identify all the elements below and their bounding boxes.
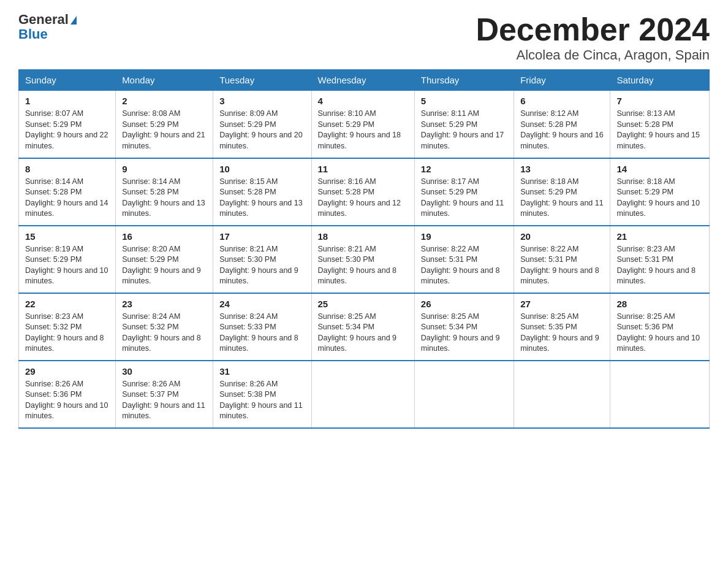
day-info: Sunrise: 8:22 AMSunset: 5:31 PMDaylight:… xyxy=(421,244,507,287)
logo-triangle-icon xyxy=(70,16,77,25)
day-number: 1 xyxy=(25,96,109,106)
col-monday: Monday xyxy=(116,70,213,91)
day-info: Sunrise: 8:10 AMSunset: 5:29 PMDaylight:… xyxy=(318,109,408,151)
day-number: 13 xyxy=(520,164,604,174)
day-number: 22 xyxy=(25,299,109,309)
header-row: Sunday Monday Tuesday Wednesday Thursday… xyxy=(19,70,710,91)
day-info: Sunrise: 8:08 AMSunset: 5:29 PMDaylight:… xyxy=(122,109,207,151)
day-number: 21 xyxy=(616,231,703,242)
col-thursday: Thursday xyxy=(414,70,514,91)
day-info: Sunrise: 8:19 AMSunset: 5:29 PMDaylight:… xyxy=(25,244,109,287)
calendar-subtitle: Alcolea de Cinca, Aragon, Spain xyxy=(476,47,710,63)
day-number: 2 xyxy=(122,96,207,106)
calendar-table: Sunday Monday Tuesday Wednesday Thursday… xyxy=(18,69,710,429)
page-header: General Blue December 2024 Alcolea de Ci… xyxy=(18,12,710,63)
col-wednesday: Wednesday xyxy=(311,70,414,91)
day-number: 5 xyxy=(421,96,507,106)
calendar-cell: 14 Sunrise: 8:18 AMSunset: 5:29 PMDaylig… xyxy=(610,158,710,226)
logo: General Blue xyxy=(18,12,77,42)
day-number: 3 xyxy=(219,96,305,106)
day-info: Sunrise: 8:13 AMSunset: 5:28 PMDaylight:… xyxy=(616,109,703,151)
day-number: 6 xyxy=(520,96,604,106)
calendar-cell: 29 Sunrise: 8:26 AMSunset: 5:36 PMDaylig… xyxy=(19,361,116,428)
day-number: 23 xyxy=(122,299,207,309)
calendar-cell: 7 Sunrise: 8:13 AMSunset: 5:28 PMDayligh… xyxy=(610,91,710,158)
day-number: 26 xyxy=(421,299,507,309)
calendar-cell: 12 Sunrise: 8:17 AMSunset: 5:29 PMDaylig… xyxy=(414,158,514,226)
calendar-cell: 31 Sunrise: 8:26 AMSunset: 5:38 PMDaylig… xyxy=(213,361,311,428)
day-info: Sunrise: 8:09 AMSunset: 5:29 PMDaylight:… xyxy=(219,109,305,151)
day-info: Sunrise: 8:20 AMSunset: 5:29 PMDaylight:… xyxy=(122,244,207,287)
day-number: 15 xyxy=(25,231,109,242)
calendar-week-row: 15 Sunrise: 8:19 AMSunset: 5:29 PMDaylig… xyxy=(19,226,710,293)
calendar-header: Sunday Monday Tuesday Wednesday Thursday… xyxy=(19,70,710,91)
day-info: Sunrise: 8:26 AMSunset: 5:37 PMDaylight:… xyxy=(122,379,207,422)
day-number: 25 xyxy=(318,299,408,309)
day-info: Sunrise: 8:25 AMSunset: 5:35 PMDaylight:… xyxy=(520,312,604,354)
calendar-cell: 25 Sunrise: 8:25 AMSunset: 5:34 PMDaylig… xyxy=(311,293,414,361)
day-number: 31 xyxy=(219,366,305,377)
col-sunday: Sunday xyxy=(19,70,116,91)
day-info: Sunrise: 8:24 AMSunset: 5:33 PMDaylight:… xyxy=(219,312,305,354)
day-info: Sunrise: 8:24 AMSunset: 5:32 PMDaylight:… xyxy=(122,312,207,354)
calendar-cell: 27 Sunrise: 8:25 AMSunset: 5:35 PMDaylig… xyxy=(514,293,610,361)
day-number: 16 xyxy=(122,231,207,242)
day-number: 18 xyxy=(318,231,408,242)
calendar-cell: 4 Sunrise: 8:10 AMSunset: 5:29 PMDayligh… xyxy=(311,91,414,158)
day-number: 20 xyxy=(520,231,604,242)
calendar-week-row: 8 Sunrise: 8:14 AMSunset: 5:28 PMDayligh… xyxy=(19,158,710,226)
calendar-cell: 30 Sunrise: 8:26 AMSunset: 5:37 PMDaylig… xyxy=(116,361,213,428)
day-number: 11 xyxy=(318,164,408,174)
calendar-cell: 28 Sunrise: 8:25 AMSunset: 5:36 PMDaylig… xyxy=(610,293,710,361)
calendar-cell: 26 Sunrise: 8:25 AMSunset: 5:34 PMDaylig… xyxy=(414,293,514,361)
day-number: 24 xyxy=(219,299,305,309)
day-number: 4 xyxy=(318,96,408,106)
day-info: Sunrise: 8:12 AMSunset: 5:28 PMDaylight:… xyxy=(520,109,604,151)
day-info: Sunrise: 8:18 AMSunset: 5:29 PMDaylight:… xyxy=(520,177,604,220)
day-info: Sunrise: 8:26 AMSunset: 5:36 PMDaylight:… xyxy=(25,379,109,422)
calendar-cell: 8 Sunrise: 8:14 AMSunset: 5:28 PMDayligh… xyxy=(19,158,116,226)
calendar-week-row: 22 Sunrise: 8:23 AMSunset: 5:32 PMDaylig… xyxy=(19,293,710,361)
calendar-cell: 17 Sunrise: 8:21 AMSunset: 5:30 PMDaylig… xyxy=(213,226,311,293)
calendar-cell: 15 Sunrise: 8:19 AMSunset: 5:29 PMDaylig… xyxy=(19,226,116,293)
day-info: Sunrise: 8:15 AMSunset: 5:28 PMDaylight:… xyxy=(219,177,305,220)
calendar-cell: 2 Sunrise: 8:08 AMSunset: 5:29 PMDayligh… xyxy=(116,91,213,158)
calendar-cell: 19 Sunrise: 8:22 AMSunset: 5:31 PMDaylig… xyxy=(414,226,514,293)
day-info: Sunrise: 8:23 AMSunset: 5:31 PMDaylight:… xyxy=(616,244,703,287)
day-info: Sunrise: 8:22 AMSunset: 5:31 PMDaylight:… xyxy=(520,244,604,287)
logo-blue-text: Blue xyxy=(18,27,77,42)
day-number: 7 xyxy=(616,96,703,106)
calendar-cell: 3 Sunrise: 8:09 AMSunset: 5:29 PMDayligh… xyxy=(213,91,311,158)
calendar-cell xyxy=(514,361,610,428)
day-info: Sunrise: 8:17 AMSunset: 5:29 PMDaylight:… xyxy=(421,177,507,220)
col-friday: Friday xyxy=(514,70,610,91)
calendar-cell: 22 Sunrise: 8:23 AMSunset: 5:32 PMDaylig… xyxy=(19,293,116,361)
day-info: Sunrise: 8:25 AMSunset: 5:34 PMDaylight:… xyxy=(318,312,408,354)
day-info: Sunrise: 8:16 AMSunset: 5:28 PMDaylight:… xyxy=(318,177,408,220)
day-info: Sunrise: 8:26 AMSunset: 5:38 PMDaylight:… xyxy=(219,379,305,422)
calendar-cell xyxy=(610,361,710,428)
day-info: Sunrise: 8:18 AMSunset: 5:29 PMDaylight:… xyxy=(616,177,703,220)
day-number: 12 xyxy=(421,164,507,174)
day-number: 14 xyxy=(616,164,703,174)
title-block: December 2024 Alcolea de Cinca, Aragon, … xyxy=(476,12,710,63)
calendar-cell: 11 Sunrise: 8:16 AMSunset: 5:28 PMDaylig… xyxy=(311,158,414,226)
day-number: 28 xyxy=(616,299,703,309)
calendar-cell: 23 Sunrise: 8:24 AMSunset: 5:32 PMDaylig… xyxy=(116,293,213,361)
calendar-cell: 21 Sunrise: 8:23 AMSunset: 5:31 PMDaylig… xyxy=(610,226,710,293)
calendar-cell: 18 Sunrise: 8:21 AMSunset: 5:30 PMDaylig… xyxy=(311,226,414,293)
day-info: Sunrise: 8:11 AMSunset: 5:29 PMDaylight:… xyxy=(421,109,507,151)
col-saturday: Saturday xyxy=(610,70,710,91)
day-info: Sunrise: 8:25 AMSunset: 5:36 PMDaylight:… xyxy=(616,312,703,354)
calendar-cell: 6 Sunrise: 8:12 AMSunset: 5:28 PMDayligh… xyxy=(514,91,610,158)
day-info: Sunrise: 8:21 AMSunset: 5:30 PMDaylight:… xyxy=(318,244,408,287)
col-tuesday: Tuesday xyxy=(213,70,311,91)
calendar-cell xyxy=(414,361,514,428)
calendar-week-row: 29 Sunrise: 8:26 AMSunset: 5:36 PMDaylig… xyxy=(19,361,710,428)
day-number: 9 xyxy=(122,164,207,174)
calendar-body: 1 Sunrise: 8:07 AMSunset: 5:29 PMDayligh… xyxy=(19,91,710,428)
calendar-cell: 13 Sunrise: 8:18 AMSunset: 5:29 PMDaylig… xyxy=(514,158,610,226)
day-number: 30 xyxy=(122,366,207,377)
calendar-cell: 16 Sunrise: 8:20 AMSunset: 5:29 PMDaylig… xyxy=(116,226,213,293)
calendar-cell: 10 Sunrise: 8:15 AMSunset: 5:28 PMDaylig… xyxy=(213,158,311,226)
